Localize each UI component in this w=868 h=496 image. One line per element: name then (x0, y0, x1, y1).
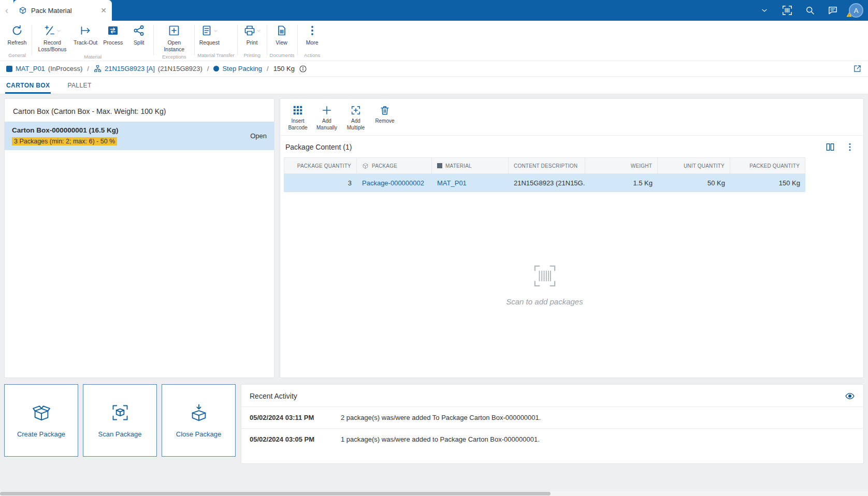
print-icon (243, 24, 256, 37)
activity-entry: 05/02/2024 03:11 PM 2 package(s) was/wer… (241, 406, 863, 428)
insert-barcode-label: Insert Barcode (285, 118, 310, 131)
add-multiple-button[interactable]: Add Multiple (342, 102, 369, 133)
pack-material-app: ‹ Pack Material ✕ A (0, 0, 868, 496)
track-out-button[interactable]: Track-Out (71, 21, 100, 53)
toolbar-group-documents: View Documents (269, 21, 296, 61)
more-kebab-icon (306, 24, 319, 38)
column-header-material[interactable]: MATERIAL (432, 158, 509, 173)
material-square-icon (437, 163, 442, 168)
refresh-button[interactable]: Refresh (4, 21, 30, 52)
add-multiple-icon (350, 104, 361, 116)
eye-icon[interactable] (845, 391, 855, 401)
package-content-title: Package Content (1) (285, 143, 352, 151)
record-loss-bonus-button[interactable]: Record Loss/Bonus (34, 21, 71, 53)
print-button[interactable]: Print (239, 21, 265, 52)
carton-box-list-item[interactable]: Carton Box-000000001 (16.5 Kg) 3 Package… (5, 122, 274, 150)
carton-box-capacity-highlight: 3 Packages (min: 2; max: 6) - 50 % (12, 137, 117, 145)
package-icon (19, 6, 27, 14)
column-header-weight[interactable]: WEIGHT (585, 158, 658, 173)
process-button[interactable]: Process (100, 21, 126, 53)
toolbar-separator (153, 25, 154, 55)
add-manually-label: Add Manually (314, 118, 339, 131)
column-header-packed-quantity[interactable]: PACKED QUANTITY (730, 158, 805, 173)
activity-timestamp: 05/02/2024 03:05 PM (250, 435, 326, 443)
record-loss-bonus-icon (44, 24, 56, 37)
material-square-icon (6, 66, 12, 72)
search-icon[interactable] (799, 0, 821, 21)
open-instance-button[interactable]: Open Instance (155, 21, 193, 53)
view-tabs: CARTON BOX PALLET (0, 77, 868, 94)
carton-panel-title: Carton Box (Carton Box - Max. Weight: 10… (5, 99, 274, 122)
top-bar: ‹ Pack Material ✕ A (0, 0, 868, 21)
remove-button[interactable]: Remove (371, 102, 398, 133)
horizontal-scrollbar (0, 491, 868, 496)
create-package-button[interactable]: Create Package (4, 384, 78, 457)
column-header-unit-quantity[interactable]: UNIT QUANTITY (658, 158, 730, 173)
insert-barcode-button[interactable]: Insert Barcode (284, 102, 311, 133)
breadcrumb-material-link[interactable]: MAT_P01 (16, 65, 45, 72)
split-button[interactable]: Split (126, 21, 152, 53)
cell-content-description: 21N15G8923 (21N15G... (509, 174, 585, 192)
view-button[interactable]: View (269, 21, 295, 52)
activity-entry: 05/02/2024 03:05 PM 1 package(s) was/wer… (241, 428, 863, 450)
scan-package-button[interactable]: Scan Package (83, 384, 157, 457)
print-label: Print (247, 39, 258, 46)
scan-empty-state: Scan to add packages (284, 192, 805, 377)
group-label-printing: Printing (239, 52, 265, 61)
info-icon[interactable] (299, 65, 307, 73)
open-instance-icon (168, 24, 180, 37)
barcode-scanner-icon[interactable] (776, 0, 799, 21)
group-label-material-transfer: Material Transfer (196, 52, 235, 61)
open-panel-icon[interactable] (853, 64, 862, 73)
user-menu[interactable]: A (844, 0, 868, 21)
flow-alt-name: (21N15G8923) (158, 65, 202, 72)
breadcrumb-separator: / (87, 65, 89, 72)
track-out-icon (79, 24, 92, 37)
request-icon (200, 24, 213, 37)
barcode-scan-icon (533, 264, 557, 290)
insert-barcode-icon (292, 104, 303, 116)
breadcrumb-flow-link[interactable]: 21N15G8923 [A] (105, 65, 155, 72)
track-out-label: Track-Out (74, 39, 97, 46)
tab-pack-material[interactable]: Pack Material ✕ (13, 0, 112, 21)
remove-label: Remove (375, 118, 394, 125)
close-package-button[interactable]: Close Package (162, 384, 236, 457)
close-tab-icon[interactable]: ✕ (100, 6, 107, 14)
tab-title: Pack Material (31, 7, 72, 14)
toolbar-group-exceptions: Open Instance Exceptions (155, 21, 193, 61)
column-settings-icon[interactable] (825, 142, 835, 152)
chat-icon[interactable] (821, 0, 844, 21)
group-label-general: General (4, 52, 30, 61)
column-header-package-quantity[interactable]: PACKAGE QUANTITY (284, 158, 357, 173)
tab-pallet[interactable]: PALLET (66, 77, 92, 94)
toolbar-group-actions: More Actions (299, 21, 325, 61)
breadcrumb-step-link[interactable]: Step Packing (222, 65, 262, 72)
cell-packed-quantity: 150 Kg (730, 174, 805, 192)
create-package-icon (32, 403, 51, 422)
column-header-package[interactable]: PACKAGE (357, 158, 432, 173)
table-row[interactable]: 3 Package-000000002 MAT_P01 21N15G8923 (… (284, 174, 805, 192)
carton-box-status: Open (250, 132, 267, 140)
close-package-icon (190, 403, 208, 422)
breadcrumb-separator: / (207, 65, 209, 72)
activity-message: 1 package(s) was/were added to Package C… (341, 435, 540, 443)
add-manually-button[interactable]: Add Manually (313, 102, 340, 133)
column-header-content-description[interactable]: CONTENT DESCRIPTION (509, 158, 585, 173)
trash-icon (379, 104, 390, 116)
more-label: More (306, 39, 319, 46)
flow-icon (94, 65, 102, 72)
breadcrumb: MAT_P01 (InProcess) / 21N15G8923 [A] (21… (0, 61, 868, 77)
material-link[interactable]: MAT_P01 (437, 179, 467, 187)
package-toolbar: Insert Barcode Add Manually Add Multiple… (280, 99, 863, 136)
group-label-actions: Actions (299, 52, 325, 61)
chevron-down-icon[interactable] (753, 0, 776, 21)
open-instance-label: Open Instance (158, 39, 190, 52)
request-button[interactable]: Request (196, 21, 222, 52)
package-link[interactable]: Package-000000002 (362, 179, 424, 187)
group-label-documents: Documents (269, 52, 296, 61)
kebab-menu-icon[interactable] (845, 142, 855, 152)
back-chevron-icon[interactable]: ‹ (0, 0, 13, 21)
scrollbar-thumb[interactable] (0, 492, 551, 495)
tab-carton-box[interactable]: CARTON BOX (5, 77, 51, 94)
more-button[interactable]: More (299, 21, 325, 52)
